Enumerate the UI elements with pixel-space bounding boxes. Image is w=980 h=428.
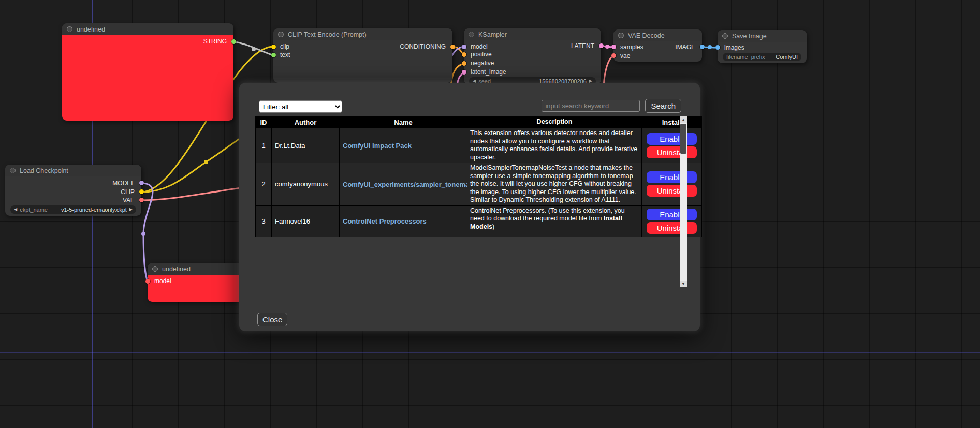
- ext-id: 1: [256, 128, 272, 163]
- output-dot-clip[interactable]: [139, 189, 144, 194]
- ext-id: 3: [256, 205, 272, 237]
- node-undefined-top[interactable]: undefined STRING: [62, 23, 233, 121]
- extension-table: ID Author Name Description Install 1 Dr.…: [255, 116, 702, 237]
- col-name: Name: [340, 117, 467, 128]
- node-title: Save Image: [732, 33, 767, 40]
- input-label-vae: vae: [620, 52, 630, 60]
- col-author: Author: [272, 117, 340, 128]
- widget-value: v1-5-pruned-emaonly.ckpt: [61, 206, 127, 213]
- input-dot-samples[interactable]: [611, 45, 616, 49]
- ext-author: Dr.Lt.Data: [272, 128, 340, 163]
- node-header[interactable]: VAE Decode: [613, 29, 702, 41]
- ext-id: 2: [256, 163, 272, 206]
- search-button[interactable]: Search: [645, 99, 681, 113]
- search-input[interactable]: [542, 100, 640, 112]
- ext-description: ControlNet Preprocessors. (To use this e…: [467, 205, 642, 237]
- scrollbar[interactable]: ▲ ▼: [680, 116, 687, 287]
- wire-midpoint-dot: [204, 160, 208, 164]
- node-title: KSampler: [478, 31, 507, 38]
- ext-name-link[interactable]: ComfyUI_experiments/sampler_tonemap: [343, 181, 467, 188]
- filter-select[interactable]: Filter: all: [259, 100, 342, 113]
- collapse-dot-icon[interactable]: [722, 33, 728, 39]
- node-ksampler[interactable]: KSampler model positive negative latent_…: [464, 28, 601, 84]
- close-button[interactable]: Close: [257, 313, 287, 326]
- output-dot-conditioning[interactable]: [450, 45, 455, 49]
- output-dot-image[interactable]: [700, 45, 705, 49]
- scroll-up-icon[interactable]: ▲: [680, 116, 687, 123]
- wire-vae-in: [604, 56, 613, 85]
- uninstall-button[interactable]: Uninstall: [647, 185, 697, 197]
- enable-button[interactable]: Enable: [647, 209, 697, 220]
- input-dot-model[interactable]: [462, 45, 466, 49]
- ext-install-cell: Enable Uninstall: [642, 205, 702, 237]
- wire-clip-second: [141, 134, 247, 192]
- node-header[interactable]: Save Image: [718, 30, 807, 42]
- output-dot-string[interactable]: [231, 39, 236, 44]
- ext-name-link[interactable]: ComfyUI Impact Pack: [343, 142, 412, 150]
- node-body: samples vae IMAGE: [613, 41, 702, 62]
- wire-midpoint-dot: [252, 47, 256, 51]
- node-body: STRING: [62, 35, 233, 121]
- scroll-down-icon[interactable]: ▼: [680, 281, 687, 287]
- next-value-icon[interactable]: ▶: [129, 208, 133, 212]
- node-body: images filename_prefix ComfyUI: [718, 42, 807, 63]
- widget-label: ckpt_name: [20, 206, 48, 213]
- input-dot-model[interactable]: [145, 279, 150, 284]
- extension-row: 1 Dr.Lt.Data ComfyUI Impact Pack This ex…: [256, 128, 702, 163]
- output-dot-model[interactable]: [139, 181, 144, 185]
- node-load-checkpoint[interactable]: Load Checkpoint MODEL CLIP VAE ◀ ckpt_na…: [5, 165, 141, 216]
- input-label-samples: samples: [620, 43, 643, 51]
- output-label-vae: VAE: [123, 197, 135, 204]
- node-save-image[interactable]: Save Image images filename_prefix ComfyU…: [718, 30, 807, 63]
- widget-value: ComfyUI: [776, 54, 798, 60]
- collapse-dot-icon[interactable]: [469, 32, 474, 37]
- node-vae-decode[interactable]: VAE Decode samples vae IMAGE: [613, 29, 702, 62]
- collapse-dot-icon[interactable]: [10, 168, 16, 173]
- input-dot-clip[interactable]: [271, 45, 276, 49]
- uninstall-button[interactable]: Uninstall: [647, 222, 697, 234]
- wire-midpoint-dot: [141, 232, 145, 236]
- output-dot-vae[interactable]: [139, 198, 144, 202]
- wire-vae-out: [141, 187, 244, 200]
- node-header[interactable]: CLIP Text Encode (Prompt): [273, 28, 452, 40]
- input-dot-positive[interactable]: [462, 52, 466, 57]
- collapse-dot-icon[interactable]: [67, 26, 72, 32]
- input-dot-vae[interactable]: [611, 53, 616, 58]
- node-clip-text-encode[interactable]: CLIP Text Encode (Prompt) clip text COND…: [273, 28, 452, 83]
- collapse-dot-icon[interactable]: [618, 33, 624, 38]
- filename-prefix-widget[interactable]: filename_prefix ComfyUI: [723, 53, 801, 61]
- node-header[interactable]: KSampler: [464, 28, 601, 40]
- uninstall-button[interactable]: Uninstall: [647, 146, 697, 158]
- node-header[interactable]: undefined: [62, 23, 233, 35]
- input-dot-negative[interactable]: [462, 61, 466, 66]
- col-install: Install: [642, 117, 702, 128]
- output-dot-latent[interactable]: [599, 43, 604, 48]
- output-label-model: MODEL: [112, 180, 135, 187]
- output-label-latent: LATENT: [571, 42, 594, 50]
- node-body: clip text CONDITIONING: [273, 40, 452, 83]
- comfyui-canvas[interactable]: undefined STRING CLIP Text Encode (Promp…: [0, 0, 980, 428]
- ext-author: Fannovel16: [272, 205, 340, 237]
- ext-author: comfyanonymous: [272, 163, 340, 206]
- widget-label: filename_prefix: [726, 54, 765, 60]
- ext-description: This extension offers various detector n…: [467, 128, 642, 163]
- input-dot-images[interactable]: [715, 45, 720, 50]
- ckpt-name-widget[interactable]: ◀ ckpt_name v1-5-pruned-emaonly.ckpt ▶: [10, 205, 136, 214]
- scrollbar-thumb[interactable]: [680, 124, 686, 154]
- collapse-dot-icon[interactable]: [278, 32, 284, 37]
- collapse-dot-icon[interactable]: [152, 266, 158, 272]
- wire-midpoint-dot: [605, 45, 609, 49]
- enable-button[interactable]: Enable: [647, 171, 697, 183]
- input-dot-latent-image[interactable]: [462, 70, 466, 75]
- input-dot-text[interactable]: [271, 53, 276, 57]
- extension-table-container: ID Author Name Description Install 1 Dr.…: [255, 116, 687, 287]
- node-title: VAE Decode: [628, 32, 665, 39]
- prev-value-icon[interactable]: ◀: [14, 208, 17, 212]
- node-title: undefined: [77, 26, 105, 33]
- search-row: Search: [542, 99, 681, 113]
- node-header[interactable]: Load Checkpoint: [5, 165, 141, 176]
- node-body: MODEL CLIP VAE ◀ ckpt_name v1-5-pruned-e…: [5, 176, 141, 216]
- input-label-text: text: [280, 51, 290, 58]
- enable-button[interactable]: Enable: [647, 133, 697, 145]
- ext-name-link[interactable]: ControlNet Preprocessors: [343, 217, 427, 225]
